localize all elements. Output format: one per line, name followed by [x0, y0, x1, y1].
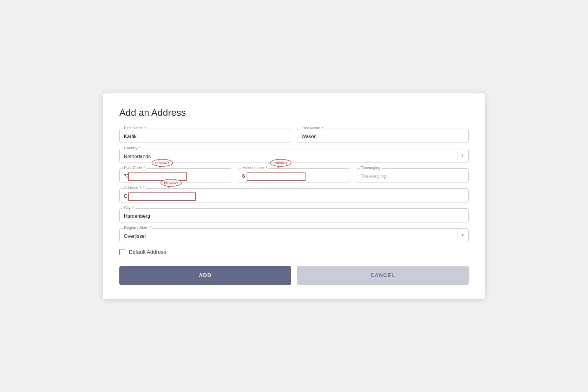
page-title: Add an Address — [119, 107, 469, 118]
region-select-wrapper: Overijssel Noord-Holland Zuid-Holland Ut… — [119, 228, 469, 242]
city-row: City * — [119, 208, 469, 222]
country-select[interactable]: Netherlands Germany Belgium France — [119, 149, 469, 163]
postcode-group: Post Code * PRIVACY — [119, 168, 232, 182]
postcode-label: Post Code * — [123, 165, 146, 170]
last-name-group: Last Name * — [297, 129, 469, 143]
region-row: Region / State * Overijssel Noord-Hollan… — [119, 228, 469, 242]
toevoeging-group: Toevoeging — [356, 168, 469, 182]
select-divider — [457, 151, 457, 160]
country-group: Country * Netherlands Germany Belgium Fr… — [119, 149, 469, 163]
country-label: Country * — [123, 146, 142, 150]
huisnummer-group: Huisnummer * PRIVACY — [238, 168, 350, 182]
first-name-group: First Name * — [119, 129, 291, 143]
default-address-checkbox[interactable] — [119, 249, 125, 255]
add-address-modal: Add an Address First Name * Last Name * … — [103, 93, 485, 299]
add-button[interactable]: ADD — [119, 266, 291, 285]
toevoeging-label: Toevoeging — [360, 165, 382, 170]
city-label: City * — [123, 205, 135, 210]
huisnummer-input[interactable] — [238, 168, 350, 182]
city-input[interactable] — [119, 208, 469, 222]
address1-group: Address 1 * PRIVACY — [119, 188, 469, 202]
postcode-input[interactable] — [119, 168, 232, 182]
region-select-divider — [457, 231, 457, 239]
city-group: City * — [119, 208, 469, 222]
address1-label: Address 1 * — [123, 185, 146, 190]
button-row: ADD CANCEL — [119, 266, 469, 285]
last-name-label: Last Name * — [300, 126, 325, 130]
country-select-wrapper: Netherlands Germany Belgium France ▼ — [119, 149, 469, 163]
huisnummer-label: Huisnummer * — [241, 165, 268, 170]
country-row: Country * Netherlands Germany Belgium Fr… — [119, 149, 469, 163]
first-name-label: First Name * — [123, 126, 147, 130]
default-address-label[interactable]: Default Address — [129, 249, 166, 255]
region-group: Region / State * Overijssel Noord-Hollan… — [119, 228, 469, 242]
cancel-button[interactable]: CANCEL — [297, 266, 469, 285]
toevoeging-input[interactable] — [356, 168, 469, 182]
postcode-row: Post Code * PRIVACY Huisnummer * PRIVACY… — [119, 168, 469, 182]
region-select[interactable]: Overijssel Noord-Holland Zuid-Holland Ut… — [119, 228, 469, 242]
default-address-row: Default Address — [119, 249, 469, 255]
address1-row: Address 1 * PRIVACY — [119, 188, 469, 202]
name-row: First Name * Last Name * — [119, 129, 469, 143]
region-label: Region / State * — [123, 225, 153, 230]
last-name-input[interactable] — [297, 129, 469, 143]
first-name-input[interactable] — [119, 129, 291, 143]
address1-input[interactable] — [119, 188, 469, 202]
